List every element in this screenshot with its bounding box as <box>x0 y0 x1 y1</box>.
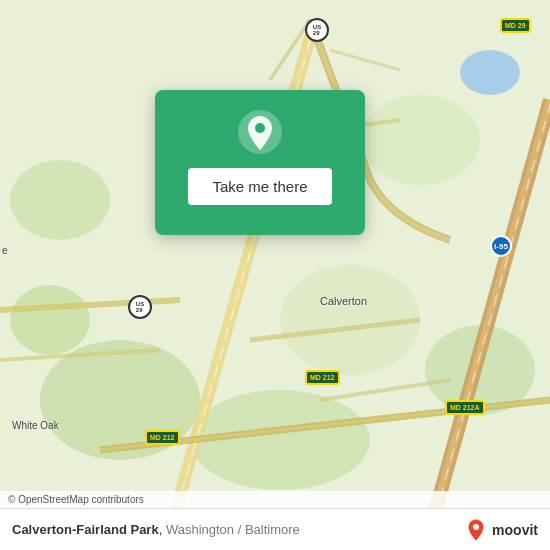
location-popup: Take me there <box>155 90 365 235</box>
place-info: Calverton-Fairland Park, Washington / Ba… <box>12 522 300 537</box>
white-oak-label: White Oak <box>12 420 59 431</box>
road-badge-md212-2: MD 212 <box>145 430 180 445</box>
moovit-icon <box>464 518 488 542</box>
map-container: US29 US29 US29 I-95 MD 212 MD 212 MD 212… <box>0 0 550 550</box>
svg-point-4 <box>10 160 110 240</box>
place-name: Calverton-Fairland Park <box>12 522 159 537</box>
road-badge-us29-left: US29 <box>128 295 152 319</box>
road-badge-us29-top: US29 <box>305 18 329 42</box>
svg-point-6 <box>10 285 90 355</box>
calverton-label: Calverton <box>320 295 367 307</box>
place-city: Washington / Baltimore <box>166 522 300 537</box>
svg-point-25 <box>473 524 479 530</box>
map-attribution: © OpenStreetMap contributors <box>0 491 550 508</box>
svg-point-3 <box>360 95 480 185</box>
road-badge-md29: MD 29 <box>500 18 531 33</box>
moovit-label: moovit <box>492 522 538 538</box>
road-badge-md212-1: MD 212 <box>305 370 340 385</box>
road-badge-md212a: MD 212A <box>445 400 485 415</box>
water-body <box>460 50 520 95</box>
edge-label: e <box>2 245 8 256</box>
moovit-logo: moovit <box>464 518 538 542</box>
road-badge-i95: I-95 <box>490 235 512 257</box>
take-me-there-button[interactable]: Take me there <box>188 168 331 205</box>
svg-point-24 <box>255 123 265 133</box>
bottom-info-bar: Calverton-Fairland Park, Washington / Ba… <box>0 508 550 550</box>
location-pin-icon <box>236 108 284 156</box>
